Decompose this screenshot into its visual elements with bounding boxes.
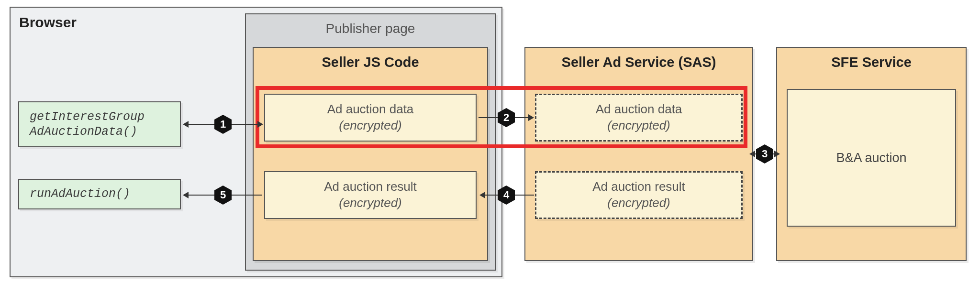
step-1-badge: 1 <box>212 114 234 135</box>
sas-container: Seller Ad Service (SAS) <box>524 47 753 261</box>
arrow-4-head <box>479 192 485 198</box>
step-4-badge: 4 <box>496 185 517 206</box>
sfe-title: SFE Service <box>777 48 966 70</box>
result-line1: Ad auction result <box>265 179 476 195</box>
step-2-badge: 2 <box>496 107 517 128</box>
seller-js-title: Seller JS Code <box>254 48 487 70</box>
data-line1: Ad auction data <box>265 101 476 118</box>
publisher-page-title: Publisher page <box>246 14 495 36</box>
data-line2: (encrypted) <box>265 118 476 134</box>
arrow-2-head <box>528 114 534 121</box>
sas-result-line1: Ad auction result <box>536 179 741 195</box>
arrow-1-head-right <box>257 121 263 128</box>
step-3-badge: 3 <box>754 143 775 164</box>
browser-title: Browser <box>19 14 77 31</box>
sas-result-box: Ad auction result (encrypted) <box>535 171 743 219</box>
sas-data-line1: Ad auction data <box>536 101 741 118</box>
seller-js-container: Seller JS Code <box>253 47 488 261</box>
seller-js-result-box: Ad auction result (encrypted) <box>264 171 477 219</box>
step-5-badge: 5 <box>212 185 234 206</box>
ba-auction-box: B&A auction <box>787 89 956 227</box>
sas-data-line2: (encrypted) <box>536 118 741 134</box>
run-ad-auction-fn: runAdAuction() <box>18 179 181 209</box>
sas-title: Seller Ad Service (SAS) <box>525 48 752 70</box>
sas-result-line2: (encrypted) <box>536 195 741 211</box>
result-line2: (encrypted) <box>265 195 476 211</box>
sas-data-box: Ad auction data (encrypted) <box>535 94 743 142</box>
get-interest-group-fn: getInterestGroup AdAuctionData() <box>18 101 181 147</box>
seller-js-data-box: Ad auction data (encrypted) <box>264 94 477 142</box>
arrow-1-head-left <box>183 121 189 128</box>
arrow-5-head <box>183 192 189 198</box>
